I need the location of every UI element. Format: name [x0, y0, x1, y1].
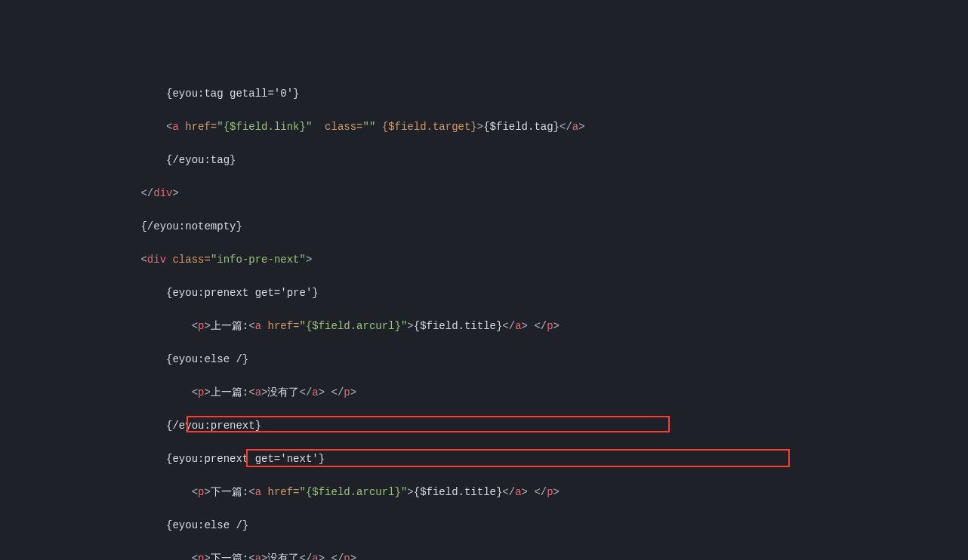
- code-line[interactable]: <div class="info-pre-next">: [0, 251, 968, 268]
- code-line[interactable]: <p>上一篇:<a>没有了</a> </p>: [0, 384, 968, 401]
- code-line[interactable]: <p>下一篇:<a>没有了</a> </p>: [0, 550, 968, 560]
- code-line[interactable]: {eyou:tag getall='0'}: [0, 85, 968, 102]
- code-line[interactable]: <p>下一篇:<a href="{$field.arcurl}">{$field…: [0, 484, 968, 500]
- code-line[interactable]: </div>: [0, 185, 968, 202]
- code-line[interactable]: <p>上一篇:<a href="{$field.arcurl}">{$field…: [0, 318, 968, 334]
- code-line[interactable]: {eyou:prenext get='next'}: [0, 451, 968, 467]
- code-editor[interactable]: {eyou:tag getall='0'} <a href="{$field.l…: [0, 66, 968, 560]
- code-line[interactable]: {eyou:else /}: [0, 517, 968, 534]
- code-line[interactable]: {/eyou:tag}: [0, 152, 968, 168]
- code-line[interactable]: {eyou:else /}: [0, 351, 968, 368]
- code-line[interactable]: {eyou:prenext get='pre'}: [0, 285, 968, 301]
- code-line[interactable]: {/eyou:notempty}: [0, 218, 968, 235]
- code-line[interactable]: {/eyou:prenext}: [0, 417, 968, 434]
- template-tag: {eyou:tag getall='0'}: [166, 88, 299, 100]
- code-line[interactable]: <a href="{$field.link}" class="" {$field…: [0, 118, 968, 135]
